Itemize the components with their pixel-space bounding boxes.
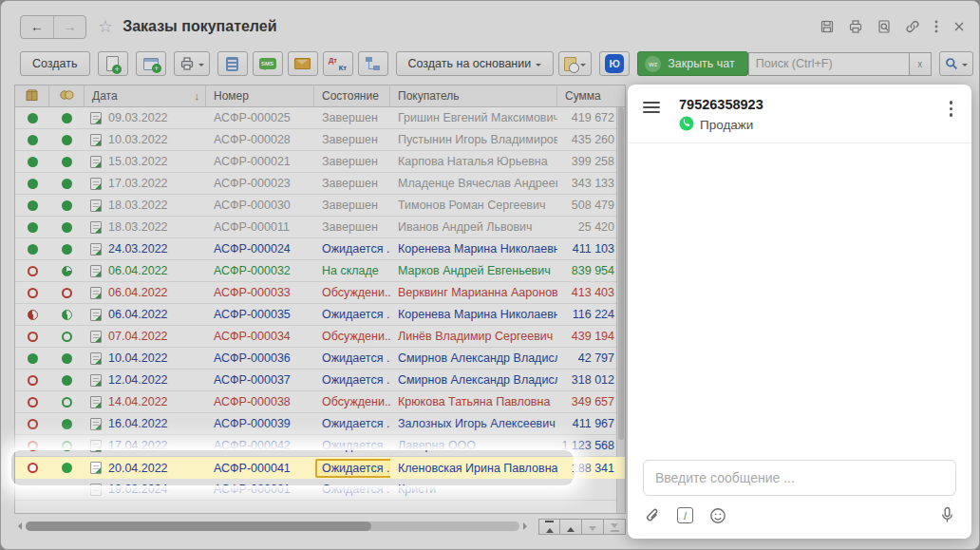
go-to-last-row-button[interactable] [604, 519, 626, 535]
dropdown-caret-icon [580, 64, 586, 69]
search-icon [945, 57, 958, 70]
attach-icon[interactable] [645, 507, 661, 524]
shipment-status-cell [15, 413, 49, 434]
table-row[interactable]: 14.04.2022АСФР-000038Обсуждени...Крюкова… [15, 391, 625, 413]
accounting-button[interactable]: ДтКт [323, 51, 353, 76]
forward-button[interactable]: → [53, 16, 85, 38]
status-cell: Обсуждени... [314, 282, 390, 303]
table-row[interactable]: 09.03.2022АСФР-000025ЗавершенГришин Евге… [15, 107, 625, 129]
sum-cell: 1 123 568 [557, 435, 617, 456]
status-cell: Ожидается ... [314, 348, 390, 369]
shipment-column-header[interactable] [15, 85, 49, 106]
vertical-scrollbar-thumb[interactable] [618, 107, 624, 440]
table-row[interactable]: 24.03.2022АСФР-000024Ожидается ...Корене… [15, 238, 625, 260]
table-row[interactable]: 17.04.2022АСФР-000042Ожидается ...Лаверн… [15, 435, 625, 457]
back-button[interactable]: ← [21, 16, 53, 38]
chat-menu-icon[interactable] [946, 99, 957, 119]
sum-column-header[interactable]: Сумма [557, 85, 617, 106]
yookassa-button[interactable]: Ю [599, 51, 630, 76]
go-to-first-row-button[interactable] [538, 519, 560, 535]
horizontal-scrollbar[interactable] [26, 522, 519, 531]
date-cell: 10.04.2022 [85, 348, 206, 369]
date-cell: 12.04.2022 [85, 370, 206, 390]
shipment-status-icon [28, 463, 38, 473]
scroll-left-icon[interactable] [14, 522, 22, 530]
table-row[interactable]: 17.03.2022АСФР-000023ЗавершенМладенце Вя… [15, 173, 625, 195]
table-row[interactable]: 12.04.2022АСФР-000037Ожидается ...Смирно… [15, 370, 625, 391]
table-row[interactable]: 06.04.2022АСФР-000035Ожидается ...Корене… [15, 304, 625, 326]
document-icon [90, 418, 102, 430]
menu-icon[interactable] [643, 102, 660, 113]
search-button[interactable] [939, 51, 973, 76]
emoji-icon[interactable] [709, 507, 726, 524]
number-column-header[interactable]: Номер [206, 85, 314, 106]
search-clear-button[interactable]: x [910, 52, 932, 76]
status-cell: Ожидается ... [314, 457, 390, 479]
create-based-on-button[interactable]: Создать на основании [396, 51, 555, 76]
document-history-button[interactable] [558, 51, 592, 76]
payment-status-icon [62, 463, 72, 473]
sum-cell: 413 403 [557, 282, 617, 303]
status-cell: Завершен [314, 217, 390, 237]
payment-status-cell [49, 435, 85, 456]
number-cell: АСФР-000030 [206, 195, 314, 216]
document-icon [90, 243, 102, 256]
date-cell: 19.02.2024 [85, 479, 206, 500]
vertical-scrollbar[interactable] [616, 107, 625, 513]
favorite-star-icon[interactable]: ☆ [98, 16, 113, 37]
table-row[interactable]: 06.04.2022АСФР-000032На складеМарков Анд… [15, 260, 625, 282]
customer-cell: Пустынин Игорь Владимирович [390, 129, 557, 150]
table-row[interactable]: 20.04.2022АСФР-000041Ожидается ...Кленов… [15, 457, 625, 479]
number-cell: АСФР-000028 [206, 129, 314, 150]
previous-row-button[interactable] [560, 519, 582, 535]
number-cell: АСФР-000033 [206, 282, 314, 303]
scroll-right-icon[interactable] [523, 522, 531, 530]
chat-message-input[interactable] [643, 460, 956, 496]
horizontal-scrollbar-thumb[interactable] [26, 522, 371, 531]
close-chat-button[interactable]: wz Закрыть чат [637, 51, 748, 76]
table-row[interactable]: 16.04.2022АСФР-000039Ожидается ...Залозн… [15, 413, 625, 435]
journal-button[interactable] [217, 51, 248, 76]
table-row[interactable]: 19.02.2024АСФР-000001Ожидается ...Кристи [15, 479, 625, 501]
table-row[interactable]: 18.03.2022АСФР-000030ЗавершенТимонов Ром… [15, 195, 625, 217]
table-row[interactable]: 10.04.2022АСФР-000036Ожидается ...Смирно… [15, 348, 625, 370]
close-icon[interactable] [952, 20, 966, 33]
create-button[interactable]: Создать [20, 51, 90, 76]
save-icon[interactable] [820, 19, 835, 34]
new-form-button[interactable] [136, 51, 166, 76]
next-row-button[interactable] [582, 519, 604, 535]
shipment-status-icon [28, 179, 38, 189]
document-icon [90, 440, 102, 452]
print-icon[interactable] [848, 19, 863, 34]
sum-cell: 435 260 [557, 129, 617, 150]
print-button[interactable] [174, 51, 210, 76]
table-row[interactable]: 07.04.2022АСФР-000034Обсуждени...Линёв В… [15, 326, 625, 348]
payment-column-header[interactable] [49, 85, 85, 106]
number-cell: АСФР-000023 [206, 173, 314, 194]
table-row[interactable]: 15.03.2022АСФР-000021ЗавершенКарпова Нат… [15, 151, 625, 173]
table-row[interactable]: 10.03.2022АСФР-000028ЗавершенПустынин Иг… [15, 129, 625, 151]
date-column-header[interactable]: Дата ↓ [85, 85, 206, 106]
more-icon[interactable] [933, 19, 939, 34]
customer-cell: Крюкова Татьяна Павловна [390, 391, 557, 412]
copy-document-button[interactable] [98, 51, 128, 76]
send-email-button[interactable] [288, 51, 318, 76]
page-title: Заказы покупателей [122, 18, 276, 35]
link-icon[interactable] [905, 19, 920, 34]
shipment-status-cell [15, 348, 49, 369]
table-row[interactable]: 06.04.2022АСФР-000033Обсуждени...Верквин… [15, 282, 625, 304]
search-input[interactable] [748, 52, 910, 76]
date-cell: 16.04.2022 [85, 413, 206, 434]
payment-status-icon [62, 179, 72, 189]
payment-status-icon [62, 375, 72, 386]
table-row[interactable]: 18.03.2022АСФР-000011ЗавершенИванов Андр… [15, 217, 625, 238]
chat-channel: Продажи [679, 116, 763, 134]
shipment-status-cell [15, 260, 49, 281]
template-icon[interactable]: / [677, 507, 693, 523]
structure-button[interactable] [358, 51, 388, 76]
preview-icon[interactable] [876, 19, 892, 34]
microphone-icon[interactable] [940, 506, 954, 524]
customer-column-header[interactable]: Покупатель [390, 85, 557, 106]
status-column-header[interactable]: Состояние [314, 85, 390, 106]
send-sms-button[interactable]: SMS [253, 51, 283, 76]
